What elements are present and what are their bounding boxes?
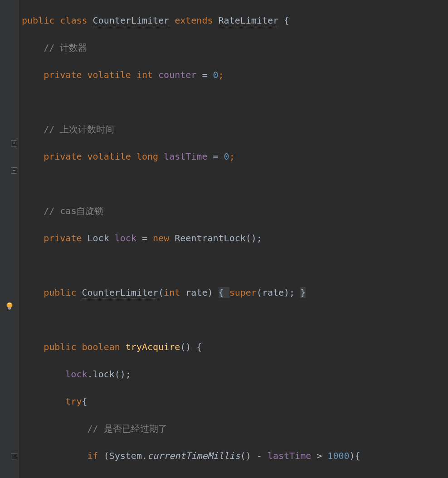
brace: { — [284, 15, 289, 26]
keyword: int — [164, 287, 180, 298]
field: lock — [65, 369, 87, 380]
code-line[interactable] — [19, 95, 448, 109]
comment: // 计数器 — [44, 42, 87, 53]
code-line[interactable]: public class CounterLimiter extends Rate… — [19, 14, 448, 27]
code-line[interactable] — [19, 177, 448, 190]
class-name: CounterLimiter — [93, 15, 170, 26]
parameter: rate — [185, 287, 207, 298]
field: lastTime — [164, 151, 207, 162]
comment: // 是否已经过期了 — [88, 423, 167, 434]
keyword: new — [153, 233, 169, 244]
comment: // 上次计数时间 — [44, 124, 114, 135]
punct: () - — [240, 450, 268, 461]
punct: (rate); — [257, 287, 300, 298]
keyword: public — [44, 341, 76, 352]
svg-rect-1 — [8, 307, 11, 309]
code-line[interactable]: private Lock lock = new ReentrantLock(); — [19, 231, 448, 245]
code-line[interactable]: // 计数器 — [19, 41, 448, 54]
field: counter — [158, 69, 196, 80]
type: Lock — [88, 233, 109, 244]
code-line[interactable] — [19, 313, 448, 327]
keyword: private — [44, 151, 82, 162]
method-name: tryAcquire — [126, 341, 180, 352]
keyword: volatile — [88, 151, 131, 162]
punct: .lock(); — [88, 369, 131, 380]
code-line[interactable]: // 上次计数时间 — [19, 122, 448, 136]
static-method: currentTimeMillis — [147, 450, 240, 461]
keyword: super — [229, 287, 257, 298]
code-line[interactable]: private volatile int counter = 0; — [19, 68, 448, 82]
fold-expand-icon[interactable]: + — [11, 140, 17, 146]
keyword: class — [60, 15, 87, 26]
number: 0 — [224, 151, 229, 162]
punct: () { — [180, 341, 202, 352]
code-line[interactable] — [19, 259, 448, 272]
code-line[interactable]: counter = 0; — [19, 476, 448, 478]
class-ref: RateLimiter — [219, 15, 278, 26]
comment: // cas自旋锁 — [44, 205, 103, 216]
operator: > — [311, 450, 327, 461]
field: lastTime — [268, 450, 311, 461]
semicolon: ; — [229, 151, 235, 162]
keyword: int — [136, 69, 153, 80]
punct: (System. — [98, 450, 147, 461]
folded-brace[interactable]: { — [219, 287, 229, 298]
punct: ) — [207, 287, 218, 298]
class-ref: ReentrantLock — [175, 233, 246, 244]
number: 0 — [213, 69, 219, 80]
keyword: public — [22, 15, 54, 26]
constructor-name: CounterLimiter — [82, 287, 158, 298]
code-line[interactable]: // 是否已经过期了 — [19, 422, 448, 435]
code-editor[interactable]: public class CounterLimiter extends Rate… — [19, 0, 448, 478]
code-line[interactable]: try{ — [19, 395, 448, 408]
keyword: try — [65, 396, 82, 407]
keyword: extends — [175, 15, 213, 26]
keyword: if — [88, 450, 98, 461]
field: lock — [115, 233, 136, 244]
keyword: volatile — [88, 69, 131, 80]
punct: ( — [158, 287, 164, 298]
svg-rect-2 — [9, 309, 10, 310]
intention-bulb-icon[interactable] — [5, 302, 14, 311]
code-line[interactable]: public boolean tryAcquire() { — [19, 340, 448, 354]
keyword: private — [44, 69, 82, 80]
editor-gutter: + − − — [0, 0, 19, 478]
folded-brace[interactable]: } — [300, 287, 306, 298]
punct: { — [82, 396, 87, 407]
punct: = — [213, 151, 224, 162]
code-line[interactable]: lock.lock(); — [19, 367, 448, 381]
punct: = — [202, 69, 213, 80]
keyword: public — [44, 287, 76, 298]
punct: ){ — [350, 450, 360, 461]
code-line[interactable]: public CounterLimiter(int rate) { super(… — [19, 286, 448, 299]
keyword: private — [44, 233, 82, 244]
fold-collapse-icon[interactable]: − — [11, 167, 17, 174]
keyword: long — [136, 151, 158, 162]
punct: = — [142, 233, 153, 244]
fold-collapse-icon[interactable]: − — [11, 453, 17, 459]
punct: (); — [246, 233, 262, 244]
code-line[interactable]: if (System.currentTimeMillis() - lastTim… — [19, 449, 448, 463]
code-line[interactable]: // cas自旋锁 — [19, 204, 448, 218]
semicolon: ; — [219, 69, 224, 80]
code-line[interactable]: private volatile long lastTime = 0; — [19, 150, 448, 163]
keyword: boolean — [82, 341, 120, 352]
number: 1000 — [327, 450, 349, 461]
